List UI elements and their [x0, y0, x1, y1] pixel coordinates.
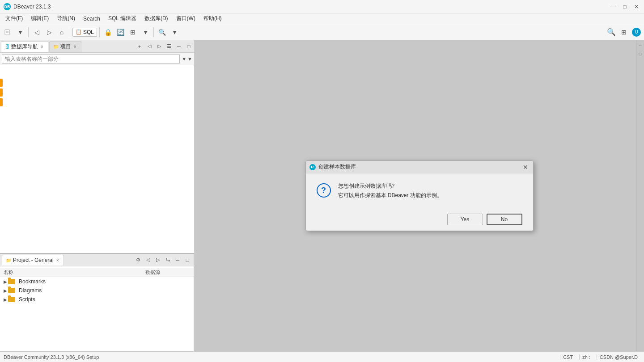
project-item-scripts[interactable]: ▶ Scripts	[0, 295, 194, 304]
toolbar-grid-btn[interactable]: ⊞	[127, 26, 139, 38]
dialog-no-btn[interactable]: No	[487, 214, 522, 225]
diagrams-folder-icon	[8, 288, 15, 293]
dialog-title-left: D 创建样本数据库	[309, 163, 356, 171]
menu-edit[interactable]: 编辑(E)	[27, 14, 52, 23]
project-col-name: 名称	[4, 269, 145, 276]
scripts-folder-icon	[8, 297, 15, 302]
bottom-settings-btn[interactable]: ⚙	[134, 256, 143, 265]
left-marker-1	[0, 79, 3, 87]
title-bar-controls: — □ ✕	[609, 3, 640, 11]
project-item-bookmarks[interactable]: ▶ Bookmarks	[0, 277, 194, 286]
toolbar-view-btn[interactable]: ⊞	[618, 26, 630, 38]
toolbar-forward-btn[interactable]: ▷	[43, 26, 55, 38]
navigator-next-btn[interactable]: ▷	[155, 42, 164, 51]
svg-rect-0	[5, 29, 9, 35]
toolbar-new-btn[interactable]	[2, 26, 13, 38]
left-marker-2	[0, 88, 3, 97]
bottom-link-btn[interactable]: ⇆	[163, 256, 172, 265]
filter-label: ▼	[187, 56, 192, 62]
dialog-yes-btn[interactable]: Yes	[447, 214, 483, 225]
search-input[interactable]	[2, 54, 180, 64]
menu-sql-editor[interactable]: SQL 编辑器	[105, 14, 140, 23]
project-tab[interactable]: 📁 项目 ×	[49, 41, 81, 52]
toolbar-sep-3	[99, 27, 100, 37]
bottom-max-btn[interactable]: □	[183, 256, 192, 265]
toolbar-search-dropdown-btn[interactable]: ▾	[169, 26, 180, 38]
toolbar: ▾ ◁ ▷ ⌂ 📋 SQL 🔒 🔄 ⊞ ▾ 🔍 ▾ 🔍 ⊞ U	[0, 24, 644, 40]
toolbar-sep-2	[70, 27, 70, 37]
bottom-tab-bar: 📁 Project - General × ⚙ ◁ ▷ ⇆ ─ □	[0, 254, 194, 266]
left-panel: 🗄 数据库导航 × 📁 项目 × + ◁ ▷ ☰ ─ □ ▼	[0, 40, 195, 351]
db-navigator-tab[interactable]: 🗄 数据库导航 ×	[1, 41, 48, 52]
project-tab-close[interactable]: ×	[73, 44, 77, 50]
project-item-diagrams[interactable]: ▶ Diagrams	[0, 286, 194, 295]
close-button[interactable]: ✕	[632, 3, 640, 11]
navigator-min-btn[interactable]: ─	[174, 42, 183, 51]
menu-help[interactable]: 帮助(H)	[200, 14, 225, 23]
menu-file[interactable]: 文件(F)	[2, 14, 26, 23]
status-cst: CST	[560, 354, 576, 360]
modal-overlay: D 创建样本数据库 ✕ ? 您想创建示例数据库吗? 它可以用作探索基本 DBea…	[195, 40, 644, 351]
toolbar-user-btn[interactable]: U	[631, 26, 642, 38]
menu-window[interactable]: 窗口(W)	[173, 14, 199, 23]
toolbar-dropdown-btn[interactable]: ▾	[14, 26, 26, 38]
toolbar-global-search-btn[interactable]: 🔍	[606, 26, 617, 38]
dialog-close-btn[interactable]: ✕	[521, 163, 530, 171]
dialog-app-icon: D	[309, 164, 316, 170]
db-navigator-close[interactable]: ×	[40, 44, 44, 50]
toolbar-sep-4	[153, 27, 154, 37]
toolbar-sql-btn[interactable]: 📋 SQL	[72, 28, 97, 37]
main-area: 🗄 数据库导航 × 📁 项目 × + ◁ ▷ ☰ ─ □ ▼	[0, 40, 644, 351]
project-tab-label: 项目	[60, 43, 71, 51]
toolbar-grid-dropdown-btn[interactable]: ▾	[140, 26, 151, 38]
dialog-body: ? 您想创建示例数据库吗? 它可以用作探索基本 DBeaver 功能的示例。	[306, 173, 533, 208]
filter-btn[interactable]: ▼ ▼	[182, 56, 192, 62]
minimize-button[interactable]: —	[609, 3, 617, 11]
bottom-panel: 📁 Project - General × ⚙ ◁ ▷ ⇆ ─ □ 名称 数据源	[0, 253, 194, 351]
dialog-message-line1: 您想创建示例数据库吗?	[338, 182, 522, 190]
bottom-next-btn[interactable]: ▷	[153, 256, 162, 265]
navigator-menu-btn[interactable]: ☰	[165, 42, 174, 51]
maximize-button[interactable]: □	[621, 3, 629, 11]
toolbar-refresh-btn[interactable]: 🔄	[114, 26, 126, 38]
project-general-label: Project - General	[13, 257, 54, 263]
dialog-title: 创建样本数据库	[318, 163, 356, 171]
bookmarks-expand-arrow[interactable]: ▶	[4, 279, 7, 284]
project-general-tab[interactable]: 📁 Project - General ×	[2, 255, 64, 265]
toolbar-search-btn[interactable]: 🔍	[156, 26, 168, 38]
bottom-prev-btn[interactable]: ◁	[144, 256, 153, 265]
project-col-ds: 数据源	[145, 269, 190, 276]
dialog-message-line2: 它可以用作探索基本 DBeaver 功能的示例。	[338, 192, 522, 199]
dialog-question-icon: ?	[317, 183, 331, 198]
dialog-footer: Yes No	[306, 208, 533, 231]
create-sample-db-dialog: D 创建样本数据库 ✕ ? 您想创建示例数据库吗? 它可以用作探索基本 DBea…	[305, 160, 534, 231]
title-bar: DB DBeaver 23.1.3 — □ ✕	[0, 0, 644, 13]
scripts-expand-arrow[interactable]: ▶	[4, 297, 7, 302]
toolbar-lock-btn[interactable]: 🔒	[102, 26, 114, 38]
status-bar: DBeaver Community 23.1.3 (x86_64) Setup …	[0, 351, 644, 362]
menu-search[interactable]: Search	[80, 15, 104, 23]
project-general-close[interactable]: ×	[55, 257, 60, 263]
navigator-max-btn[interactable]: □	[184, 42, 193, 51]
toolbar-back-btn[interactable]: ◁	[31, 26, 42, 38]
diagrams-expand-arrow[interactable]: ▶	[4, 288, 7, 293]
sql-label: SQL	[83, 29, 94, 35]
navigator-add-btn[interactable]: +	[135, 42, 144, 51]
bookmarks-folder-icon	[8, 279, 15, 284]
dialog-title-bar: D 创建样本数据库 ✕	[306, 161, 533, 173]
filter-icon: ▼	[182, 56, 186, 62]
bottom-panel-controls: ⚙ ◁ ▷ ⇆ ─ □	[134, 256, 192, 265]
menu-database[interactable]: 数据库(D)	[141, 14, 172, 23]
project-header-row: 名称 数据源	[0, 268, 194, 277]
toolbar-home-btn[interactable]: ⌂	[56, 26, 68, 38]
menu-navigate[interactable]: 导航(N)	[53, 14, 79, 23]
scripts-label: Scripts	[19, 296, 35, 303]
app-title: DBeaver 23.1.3	[13, 4, 51, 10]
navigator-content[interactable]	[0, 65, 194, 253]
app-icon: DB	[4, 3, 11, 10]
navigator-prev-btn[interactable]: ◁	[145, 42, 154, 51]
status-bar-right: CST zh : CSDN @Super.D	[560, 354, 640, 360]
bookmarks-label: Bookmarks	[19, 278, 46, 285]
bottom-min-btn[interactable]: ─	[173, 256, 182, 265]
diagrams-label: Diagrams	[19, 287, 42, 294]
